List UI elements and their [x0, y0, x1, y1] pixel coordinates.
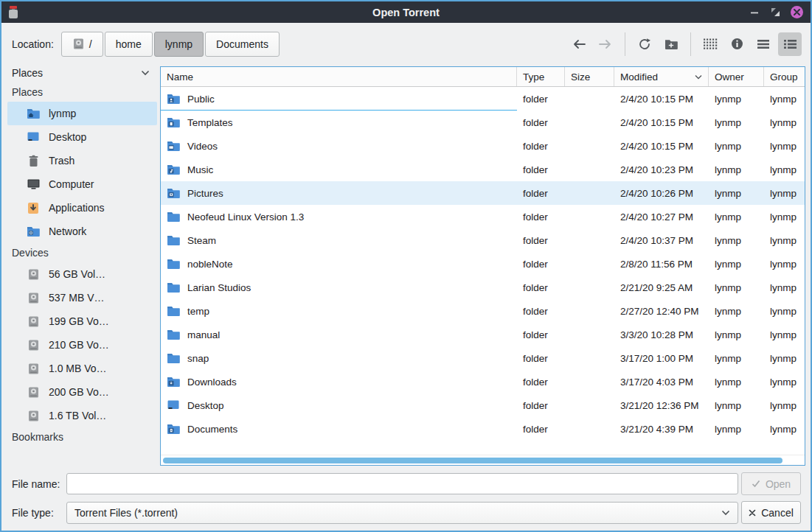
table-row-documents[interactable]: Documentsfolder3/21/20 4:39 PMlynmplynmp: [161, 417, 805, 441]
cell-name: Larian Studios: [161, 276, 517, 299]
table-row-snap[interactable]: snapfolder3/17/20 1:00 PMlynmplynmp: [161, 346, 805, 370]
sidebar-mode-selector[interactable]: Places: [7, 63, 157, 83]
sidebar-item-210gbvo[interactable]: 210 GB Vo…: [7, 333, 157, 357]
sidebar-item-537mbv[interactable]: 537 MB V…: [7, 286, 157, 309]
cell-group: lynmp: [764, 141, 805, 152]
file-name-label: Downloads: [187, 377, 237, 388]
maximize-button[interactable]: [769, 6, 782, 18]
icon-view-button[interactable]: [698, 32, 722, 56]
sidebar-item-label: 56 GB Vol…: [49, 268, 105, 280]
horizontal-scrollbar-thumb[interactable]: [163, 458, 782, 463]
cell-modified: 2/21/20 9:25 AM: [614, 282, 709, 293]
sidebar-item-computer[interactable]: Computer: [7, 172, 157, 196]
short-view-button[interactable]: [752, 32, 775, 56]
cell-group: lynmp: [764, 424, 805, 435]
arrow-left-icon: [572, 38, 586, 50]
cell-group: lynmp: [764, 188, 805, 199]
column-header-size[interactable]: Size: [565, 67, 614, 86]
maximize-icon: [771, 7, 780, 17]
sidebar-section-bookmarks[interactable]: Bookmarks: [7, 427, 157, 447]
sidebar-item-trash[interactable]: Trash: [7, 149, 157, 172]
table-row-videos[interactable]: Videosfolder2/4/20 10:15 PMlynmplynmp: [161, 134, 805, 158]
folder-downloads-icon: [167, 375, 180, 388]
close-button[interactable]: [791, 6, 803, 18]
open-button[interactable]: Open: [741, 472, 801, 495]
cell-owner: lynmp: [709, 306, 764, 317]
folder-icon: [167, 304, 180, 318]
back-button[interactable]: [567, 32, 591, 56]
cell-name: Steam: [161, 228, 517, 252]
cell-type: folder: [517, 188, 565, 199]
table-row-pictures[interactable]: Picturesfolder2/4/20 10:26 PMlynmplynmp: [161, 181, 805, 205]
cell-owner: lynmp: [709, 424, 764, 435]
detail-list-icon: [783, 39, 797, 49]
breadcrumb-[interactable]: /: [61, 32, 103, 57]
breadcrumb-lynmp[interactable]: lynmp: [154, 32, 204, 57]
minimize-button[interactable]: [748, 6, 760, 18]
checkmark-icon: [752, 480, 760, 488]
sidebar-item-network[interactable]: Network: [7, 220, 157, 243]
grid-view-icon: [704, 38, 718, 50]
sidebar-item-200gbvo[interactable]: 200 GB Vo…: [7, 380, 157, 404]
cell-group: lynmp: [764, 164, 805, 175]
cell-owner: lynmp: [709, 164, 764, 175]
cell-type: folder: [517, 282, 565, 293]
column-header-owner[interactable]: Owner: [709, 67, 764, 86]
cell-owner: lynmp: [709, 141, 764, 152]
sidebar-item-199gbvo[interactable]: 199 GB Vo…: [7, 309, 157, 333]
horizontal-scrollbar: [161, 455, 805, 465]
breadcrumb-home[interactable]: home: [105, 32, 153, 57]
section-title: Devices: [12, 247, 49, 259]
sidebar-section-devices[interactable]: Devices: [7, 243, 157, 262]
table-row-templates[interactable]: Templatesfolder2/4/20 10:15 PMlynmplynmp: [161, 111, 805, 134]
new-folder-icon: [664, 38, 678, 50]
sidebar-item-10mbvo[interactable]: 1.0 MB Vo…: [7, 357, 157, 380]
sidebar-mode-label: Places: [12, 67, 43, 79]
new-folder-button[interactable]: [659, 32, 683, 56]
file-name-input[interactable]: [66, 473, 738, 494]
column-header-group[interactable]: Group: [764, 67, 805, 86]
desktop-icon: [25, 129, 41, 145]
table-row-temp[interactable]: tempfolder2/27/20 12:40 PMlynmplynmp: [161, 299, 805, 323]
sidebar-item-lynmp[interactable]: lynmp: [7, 102, 157, 125]
sidebar-item-label: 210 GB Vo…: [49, 339, 109, 351]
table-row-steam[interactable]: Steamfolder2/4/20 10:37 PMlynmplynmp: [161, 228, 805, 252]
reload-button[interactable]: [633, 32, 656, 56]
cell-group: lynmp: [764, 94, 805, 105]
sidebar-item-desktop[interactable]: Desktop: [7, 125, 157, 149]
sidebar-item-16tbvol[interactable]: 1.6 TB Vol…: [7, 404, 157, 427]
table-row-noblenote[interactable]: nobleNotefolder2/8/20 11:56 PMlynmplynmp: [161, 252, 805, 276]
column-header-label: Group: [770, 71, 798, 83]
sidebar-section-places[interactable]: Places: [7, 83, 157, 102]
column-header-modified[interactable]: Modified: [614, 67, 709, 86]
preview-info-button[interactable]: [725, 32, 749, 56]
table-row-music[interactable]: Musicfolder2/4/20 10:23 PMlynmplynmp: [161, 158, 805, 181]
section-title: Bookmarks: [12, 431, 63, 443]
cell-group: lynmp: [764, 377, 805, 388]
file-type-select[interactable]: Torrent Files (*.torrent): [66, 502, 738, 524]
file-name-label: Pictures: [187, 188, 223, 199]
network-folder-icon: [25, 223, 41, 239]
column-header-type[interactable]: Type: [517, 67, 565, 86]
table-row-public[interactable]: Publicfolder2/4/20 10:15 PMlynmplynmp: [161, 87, 805, 111]
cell-type: folder: [517, 117, 565, 128]
sidebar-item-56gbvol[interactable]: 56 GB Vol…: [7, 262, 157, 286]
forward-button[interactable]: [594, 32, 617, 56]
table-row-larianstudios[interactable]: Larian Studiosfolder2/21/20 9:25 AMlynmp…: [161, 276, 805, 299]
sidebar-item-label: Trash: [49, 155, 74, 167]
section-title: Places: [12, 86, 43, 98]
table-row-desktop[interactable]: Desktopfolder3/21/20 12:36 PMlynmplynmp: [161, 393, 805, 417]
sidebar-item-applications[interactable]: Applications: [7, 196, 157, 220]
table-row-manual[interactable]: manualfolder3/3/20 10:28 PMlynmplynmp: [161, 323, 805, 346]
cell-modified: 2/4/20 10:15 PM: [614, 94, 709, 105]
cancel-button[interactable]: Cancel: [741, 501, 801, 524]
drive-icon: [25, 266, 41, 282]
table-row-neofeudlinuxversion13[interactable]: Neofeud Linux Version 1.3folder2/4/20 10…: [161, 205, 805, 228]
breadcrumb-documents[interactable]: Documents: [205, 32, 280, 57]
file-name-label: Music: [187, 164, 213, 175]
detail-view-button[interactable]: [778, 32, 802, 56]
column-header-name[interactable]: Name: [161, 67, 517, 86]
table-row-downloads[interactable]: Downloadsfolder3/17/20 4:03 PMlynmplynmp: [161, 370, 805, 393]
cell-name: nobleNote: [161, 252, 517, 276]
file-name-label: nobleNote: [187, 259, 233, 270]
